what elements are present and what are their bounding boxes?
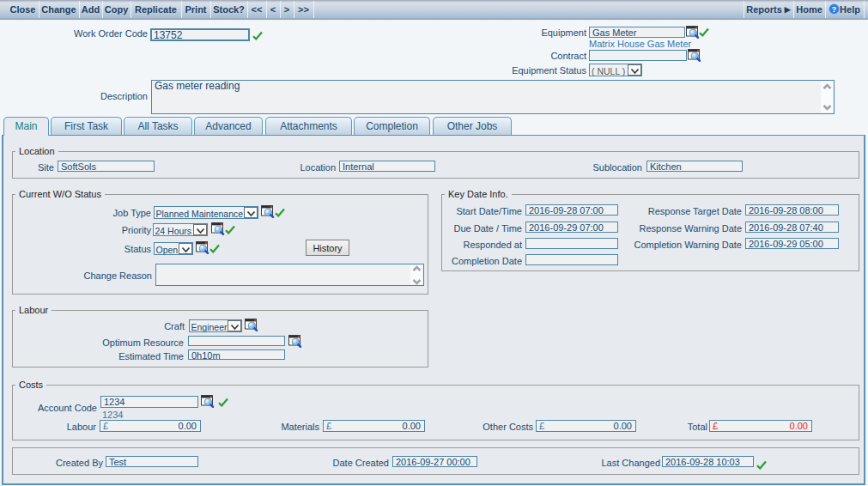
svg-text:?: ?	[832, 4, 837, 14]
